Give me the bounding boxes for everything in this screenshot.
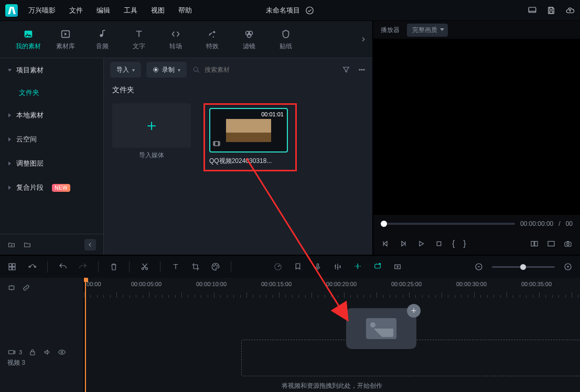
new-folder-icon[interactable] bbox=[7, 241, 16, 249]
svg-point-10 bbox=[155, 69, 157, 71]
save-icon[interactable] bbox=[546, 6, 556, 15]
playhead[interactable] bbox=[85, 278, 86, 392]
svg-rect-42 bbox=[9, 286, 14, 290]
tab-effects[interactable]: 特效 bbox=[200, 28, 224, 51]
menu-view[interactable]: 视图 bbox=[151, 6, 165, 15]
svg-rect-18 bbox=[531, 242, 534, 246]
cloud-upload-icon[interactable] bbox=[565, 6, 575, 15]
color-icon[interactable] bbox=[211, 262, 220, 271]
add-track-icon[interactable] bbox=[7, 284, 16, 292]
undo-icon[interactable] bbox=[58, 262, 68, 271]
svg-point-33 bbox=[217, 266, 218, 267]
text-tool-icon[interactable] bbox=[171, 262, 180, 271]
tab-audio[interactable]: 音频 bbox=[90, 28, 114, 51]
zoom-out-icon[interactable] bbox=[474, 262, 484, 271]
sidebar-sub-folder[interactable]: 文件夹 bbox=[0, 82, 103, 103]
asset-sidebar: 项目素材 文件夹 本地素材 云空间 调整图层 bbox=[0, 58, 104, 255]
cut-icon[interactable] bbox=[140, 262, 149, 271]
svg-rect-17 bbox=[437, 242, 441, 246]
image-placeholder-icon bbox=[366, 318, 396, 339]
search-assets[interactable] bbox=[192, 66, 286, 74]
sidebar-item-cloud[interactable]: 云空间 bbox=[0, 127, 103, 151]
crop-icon[interactable] bbox=[191, 262, 200, 271]
brace-close-icon[interactable]: } bbox=[463, 239, 466, 248]
timeline: 3 视频 3 :00:00 00:00:05:00 00:00:10:00 00… bbox=[0, 278, 580, 392]
zoom-slider[interactable] bbox=[492, 266, 555, 268]
compare-icon[interactable] bbox=[530, 239, 539, 248]
video-type-icon bbox=[212, 139, 221, 149]
fullscreen-icon[interactable] bbox=[546, 239, 556, 248]
tab-transition[interactable]: 转场 bbox=[164, 28, 188, 51]
preview-quality-select[interactable]: 完整画质 bbox=[407, 24, 448, 37]
more-icon[interactable] bbox=[358, 66, 366, 74]
menu-file[interactable]: 文件 bbox=[69, 6, 83, 15]
preview-label: 播放器 bbox=[381, 26, 400, 35]
media-heading: 文件夹 bbox=[104, 81, 372, 98]
import-button[interactable]: 导入▾ bbox=[110, 62, 141, 78]
add-clip-button[interactable]: + bbox=[407, 304, 421, 318]
lock-icon[interactable] bbox=[28, 348, 37, 356]
marker-icon[interactable] bbox=[293, 262, 303, 271]
folder-icon[interactable] bbox=[23, 241, 31, 249]
disclosure-icon bbox=[8, 69, 12, 72]
menu-edit[interactable]: 编辑 bbox=[96, 6, 110, 15]
clip-preview-image bbox=[226, 119, 271, 142]
menu-help[interactable]: 帮助 bbox=[178, 6, 192, 15]
svg-point-38 bbox=[379, 263, 380, 264]
delete-icon[interactable] bbox=[109, 262, 119, 271]
zoom-in-icon[interactable] bbox=[563, 262, 573, 271]
preview-controls: { } bbox=[373, 233, 580, 255]
svg-rect-24 bbox=[13, 264, 15, 266]
sidebar-item-project-assets[interactable]: 项目素材 bbox=[0, 58, 103, 82]
svg-point-45 bbox=[61, 351, 62, 353]
eye-icon[interactable] bbox=[58, 348, 66, 356]
cursor-tool-icon[interactable] bbox=[27, 262, 37, 271]
tab-sticker[interactable]: 贴纸 bbox=[274, 28, 298, 51]
media-area: 导入▾ 录制▾ bbox=[104, 58, 372, 255]
redo-icon[interactable] bbox=[78, 262, 88, 271]
brace-open-icon[interactable]: { bbox=[452, 239, 455, 248]
tab-my-assets[interactable]: 我的素材 bbox=[16, 28, 41, 51]
speed-icon[interactable] bbox=[273, 262, 283, 271]
mute-icon[interactable] bbox=[43, 348, 51, 356]
tabs-next-icon[interactable] bbox=[360, 36, 367, 45]
fit-icon[interactable] bbox=[393, 262, 402, 271]
tab-filter[interactable]: 滤镜 bbox=[237, 28, 261, 51]
import-media-card[interactable]: ＋ 导入媒体 bbox=[112, 103, 191, 160]
stop-icon[interactable] bbox=[434, 239, 444, 248]
track-name: 视频 3 bbox=[0, 356, 83, 369]
media-toolbar: 导入▾ 录制▾ bbox=[104, 58, 372, 81]
play-icon[interactable] bbox=[416, 239, 426, 248]
svg-point-12 bbox=[194, 67, 198, 71]
tab-text[interactable]: 文字 bbox=[127, 28, 151, 51]
filter-icon[interactable] bbox=[342, 66, 350, 74]
svg-point-5 bbox=[26, 32, 28, 34]
layout-icon[interactable] bbox=[7, 262, 17, 271]
search-input[interactable] bbox=[203, 66, 266, 74]
clip-thumbnail[interactable]: 00:01:01 bbox=[209, 108, 288, 153]
link-icon[interactable] bbox=[22, 284, 30, 292]
sidebar-item-adjust-layer[interactable]: 调整图层 bbox=[0, 151, 103, 176]
smart-tool-icon[interactable] bbox=[373, 262, 382, 271]
tab-asset-library[interactable]: 素材库 bbox=[53, 28, 78, 51]
sidebar-item-local-assets[interactable]: 本地素材 bbox=[0, 103, 103, 127]
menu-tools[interactable]: 工具 bbox=[124, 6, 137, 15]
auto-cut-icon[interactable] bbox=[353, 262, 362, 271]
audio-mix-icon[interactable] bbox=[333, 262, 342, 271]
track-header[interactable]: 3 bbox=[0, 348, 83, 356]
timeline-ruler[interactable]: :00:00 00:00:05:00 00:00:10:00 00:00:15:… bbox=[84, 278, 580, 298]
svg-rect-1 bbox=[529, 7, 536, 13]
snapshot-icon[interactable] bbox=[563, 239, 573, 248]
mic-icon[interactable] bbox=[313, 262, 323, 271]
svg-point-30 bbox=[146, 268, 148, 270]
record-button[interactable]: 录制▾ bbox=[146, 62, 187, 78]
disclosure-icon bbox=[8, 113, 11, 117]
preview-canvas[interactable] bbox=[373, 39, 580, 215]
prev-frame-icon[interactable] bbox=[381, 239, 390, 248]
monitor-icon[interactable] bbox=[528, 6, 537, 15]
sidebar-item-compound[interactable]: 复合片段 NEW bbox=[0, 176, 103, 200]
timeline-canvas[interactable]: :00:00 00:00:05:00 00:00:10:00 00:00:15:… bbox=[84, 278, 580, 392]
preview-scrubber[interactable] bbox=[381, 223, 515, 225]
next-frame-icon[interactable] bbox=[399, 239, 408, 248]
collapse-sidebar-button[interactable] bbox=[84, 239, 96, 251]
